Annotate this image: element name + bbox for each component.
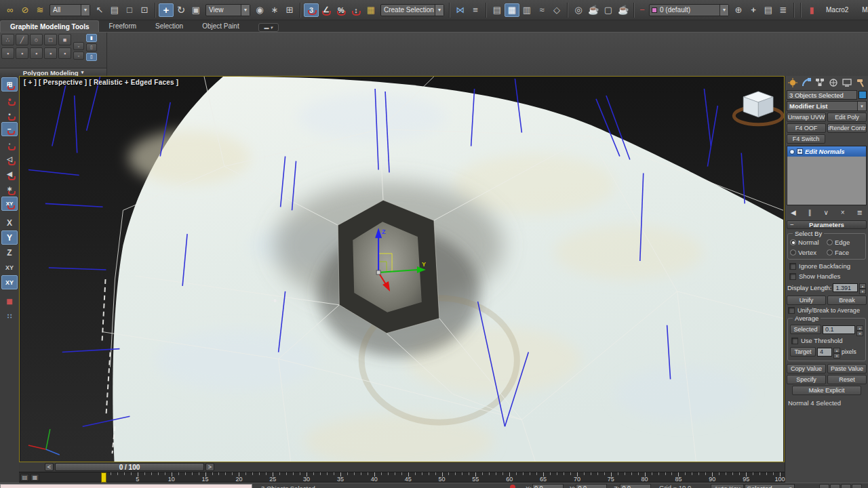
previous-key-button[interactable] (830, 484, 840, 488)
time-slider-handle[interactable]: 0 / 100 (55, 463, 204, 471)
polygon-modeling-tool-4-icon[interactable]: ▪ (44, 47, 57, 59)
polygon-modeling-tool-5-icon[interactable]: ▪ (58, 47, 71, 59)
next-frame-button[interactable]: > (205, 463, 214, 471)
parameters-rollout-header[interactable]: − Parameters (787, 220, 867, 229)
edge-mode-icon[interactable]: ╱ (16, 34, 28, 45)
expand-plus-icon[interactable]: + (797, 148, 803, 155)
select-and-link-icon[interactable]: ∞ (3, 3, 18, 17)
pin-stack-icon[interactable]: ◀ (791, 209, 796, 216)
named-selection-set-dropdown[interactable]: Create Selection Se ▾ (380, 4, 444, 16)
axis-constraint-y[interactable]: Y (1, 230, 18, 245)
chevron-down-icon[interactable]: ▾ (719, 5, 728, 16)
material-editor-icon[interactable]: ◎ (571, 3, 586, 17)
radio-vertex[interactable]: Vertex (790, 249, 827, 256)
axis-constraint-x[interactable]: X (1, 216, 18, 230)
mirror-icon[interactable]: ⋈ (453, 3, 468, 17)
display-length-spinner[interactable]: ▴▾ (859, 283, 866, 292)
edit-named-selection-sets-icon[interactable]: ▦ (363, 3, 378, 17)
object-color-swatch[interactable] (859, 91, 867, 99)
select-and-move-icon[interactable]: + (159, 3, 174, 17)
polygon-modeling-tool-3-icon[interactable]: ▪ (30, 47, 43, 59)
radio-normal[interactable]: Normal (790, 239, 827, 246)
vertex-snap-icon[interactable]: • (1, 92, 18, 106)
display-tab-icon[interactable] (841, 77, 853, 88)
curve-editor-icon[interactable]: ≈ (534, 3, 549, 17)
align-icon[interactable]: ≡ (468, 3, 483, 17)
keyboard-shortcut-override-icon[interactable]: ⊞ (282, 3, 297, 17)
endpoint-snap-icon[interactable]: ▪ (1, 107, 18, 121)
ignore-backfacing-checkbox[interactable]: Ignore Backfacing (789, 262, 864, 270)
polygon-modeling-toggle-2[interactable]: ▯ (86, 43, 97, 52)
use-pivot-point-center-icon[interactable]: ◉ (252, 3, 267, 17)
snaps-toggle-icon[interactable]: 3 (304, 3, 319, 17)
polygon-modeling-option-1[interactable]: ▫ (73, 42, 84, 50)
spinner-snap-icon[interactable]: ↕ (349, 3, 363, 17)
radio-face[interactable]: Face (827, 249, 863, 256)
selection-filter-dropdown[interactable]: All ▾ (50, 4, 90, 16)
reset-button[interactable]: Reset (827, 375, 867, 384)
face-snap-icon[interactable]: ◁ (1, 152, 18, 166)
hierarchy-tab-icon[interactable] (814, 77, 826, 88)
create-new-layer-icon[interactable]: ⊕ (731, 3, 746, 17)
copy-value-button[interactable]: Copy Value (787, 364, 826, 373)
average-selected-field[interactable]: 0.1 (823, 325, 855, 334)
weld-tool-icon[interactable]: ▦ (1, 294, 18, 308)
remove-modifier-icon[interactable]: × (841, 209, 845, 216)
chevron-down-icon[interactable]: ▾ (435, 5, 443, 16)
average-target-field[interactable]: 4 (817, 348, 832, 357)
play-button[interactable] (841, 484, 851, 488)
make-explicit-button[interactable]: Make Explicit (792, 386, 861, 395)
average-selected-spinner[interactable]: ▴▾ (856, 325, 863, 334)
modifier-stack-row-edit-normals[interactable]: + Edit Normals (787, 146, 866, 157)
utilities-tab-icon[interactable] (854, 77, 867, 88)
average-target-button[interactable]: Target (790, 347, 816, 357)
border-mode-icon[interactable]: ○ (30, 34, 43, 45)
vertex-mode-icon[interactable]: ∴ (1, 34, 14, 45)
angle-snap-icon[interactable]: ∠ (319, 3, 334, 17)
layer-dropdown[interactable]: 0 (default) ▾ (649, 4, 729, 16)
render-production-icon[interactable]: ☕ (616, 3, 631, 17)
spinner-up-icon[interactable]: ▴ (859, 283, 866, 289)
bind-to-space-warp-icon[interactable]: ≋ (33, 3, 47, 17)
key-mode-dropdown[interactable]: Selected ▾ (745, 484, 795, 488)
axis-constraint-z[interactable]: Z (1, 245, 18, 260)
layer-explorer-icon[interactable]: ▤ (490, 3, 505, 17)
display-ribbon-icon[interactable]: ▥ (519, 3, 534, 17)
element-mode-icon[interactable]: ■ (58, 34, 71, 45)
macro3-button[interactable]: Macro3 (855, 3, 868, 17)
render-setup-icon[interactable]: ☕ (586, 3, 601, 17)
next-key-button[interactable] (852, 484, 862, 488)
go-to-start-button[interactable] (819, 484, 829, 488)
chevron-down-icon[interactable]: ▾ (857, 102, 866, 110)
reference-coordinate-dropdown[interactable]: View ▾ (205, 4, 250, 16)
soft-selection-icon[interactable]: ∷ (1, 309, 18, 323)
polygon-modeling-tool-2-icon[interactable]: ▪ (16, 47, 28, 59)
show-handles-checkbox[interactable]: Show Handles (789, 272, 864, 280)
modify-tab-icon[interactable] (800, 77, 812, 88)
tab-graphite-modeling-tools[interactable]: Graphite Modeling Tools (0, 20, 99, 32)
edge-snap-icon[interactable]: − (1, 122, 18, 136)
midpoint-snap-icon[interactable]: ⋅ (1, 137, 18, 151)
radio-edge[interactable]: Edge (827, 239, 863, 246)
spinner-down-icon[interactable]: ▾ (859, 289, 866, 294)
select-and-manipulate-icon[interactable]: ∗ (267, 3, 282, 17)
spinner-down-icon[interactable]: ▾ (856, 331, 863, 336)
polygon-modeling-tool-1-icon[interactable]: ▪ (1, 47, 14, 59)
modifier-stack[interactable]: + Edit Normals (787, 146, 867, 205)
current-frame-marker[interactable] (101, 472, 106, 483)
unify-break-average-checkbox[interactable]: Unify/Break to Average (788, 307, 865, 314)
modifier-enable-bulb-icon[interactable] (789, 149, 795, 155)
use-threshold-checkbox[interactable]: Use Threshold (791, 337, 862, 344)
rectangular-selection-region-icon[interactable]: □ (122, 3, 137, 17)
select-objects-in-layer-icon[interactable]: ▤ (761, 3, 776, 17)
viewport-canvas[interactable]: Z Y (20, 77, 784, 462)
modifier-list-dropdown[interactable]: Modifier List ▾ (787, 101, 867, 111)
auto-key-button[interactable]: Auto Key (711, 484, 744, 488)
create-tab-icon[interactable] (787, 77, 799, 88)
track-bar-ruler[interactable]: 5101520253035404550556065707580859095100 (19, 472, 785, 483)
ribbon-minimize-button[interactable]: ▬ ▾ (258, 23, 279, 32)
display-length-field[interactable]: 1.391 (833, 283, 858, 292)
specify-button[interactable]: Specify (787, 375, 826, 384)
normal-snap-icon[interactable]: ◀ (1, 167, 18, 181)
paste-value-button[interactable]: Paste Value (827, 364, 867, 373)
